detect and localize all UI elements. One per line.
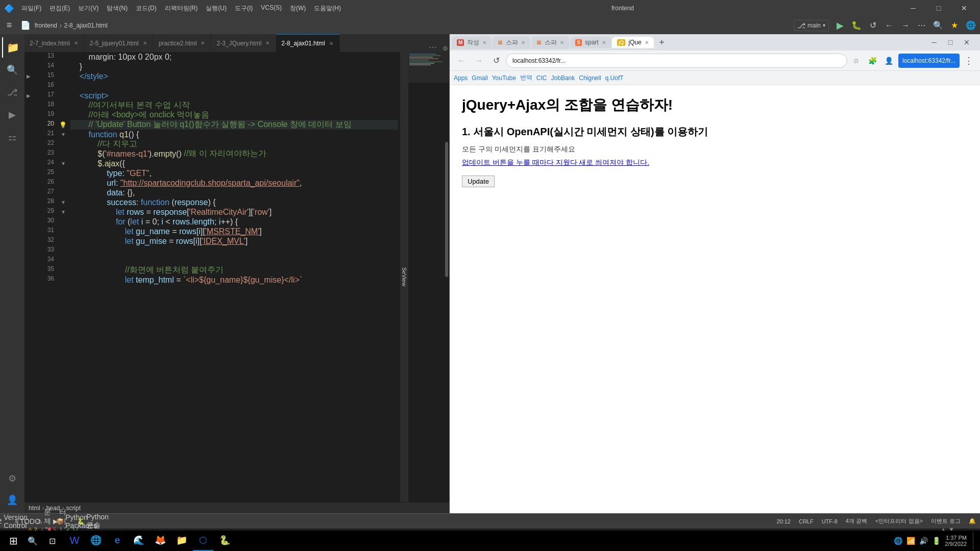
maximize-button[interactable]: □ <box>927 0 950 16</box>
menu-bar[interactable]: 파일(F) 편집(E) 보기(V) 탐색(N) 코드(D) 리팩터링(R) 실행… <box>18 3 344 14</box>
taskbar-python[interactable]: 🐍 <box>214 531 235 551</box>
globe-button[interactable]: 🌐 <box>964 18 978 33</box>
task-view-button[interactable]: ⊡ <box>43 532 61 550</box>
close-button[interactable]: ✕ <box>952 0 976 16</box>
start-button[interactable]: ⊞ <box>4 532 22 550</box>
browser-tab-2[interactable]: 🏛 스파 ✕ <box>531 36 569 49</box>
activity-git[interactable]: ⎇ <box>2 82 22 103</box>
reload-nav-button[interactable]: ↺ <box>488 53 504 68</box>
run-button[interactable]: ▶ <box>833 18 847 33</box>
minimap[interactable] <box>408 52 449 502</box>
browser-tab-close-icon[interactable]: ✕ <box>645 40 649 45</box>
menu-code[interactable]: 코드(D) <box>133 3 160 14</box>
browser-tab-3[interactable]: S spart ✕ <box>570 37 610 48</box>
taskbar-word[interactable]: W <box>64 531 85 551</box>
window-controls[interactable]: ─ □ ✕ <box>901 0 976 16</box>
browser-minimize-button[interactable]: ─ <box>927 35 941 49</box>
browser-tab-1[interactable]: 🏛 스파 ✕ <box>493 36 530 49</box>
taskbar-ie[interactable]: e <box>107 531 128 551</box>
indent-indicator[interactable]: 4개 공백 <box>846 517 867 525</box>
tab-2-5-jquery[interactable]: 2-5_jquery01.html ✕ <box>85 34 154 52</box>
back-nav-button[interactable]: ← <box>454 53 469 68</box>
fold-icon-3[interactable]: ▼ <box>61 199 66 205</box>
taskbar-firefox[interactable]: 🦊 <box>150 531 170 551</box>
branch-button[interactable]: ⎇ main ▾ <box>794 20 829 31</box>
tab-close-icon[interactable]: ✕ <box>200 39 206 47</box>
activity-search[interactable]: 🔍 <box>2 60 22 80</box>
back-button[interactable]: ← <box>882 18 896 33</box>
tab-close-icon[interactable]: ✕ <box>328 40 334 47</box>
menu-vcs[interactable]: VCS(S) <box>258 3 285 14</box>
browser-tab-close-icon[interactable]: ✕ <box>482 40 486 45</box>
code-editor[interactable]: margin: 10px 0 20px 0; } </style> <box>68 52 400 502</box>
menu-edit[interactable]: 편집(E) <box>46 3 73 14</box>
activity-debug[interactable]: ▶ <box>2 105 22 125</box>
fold-icon-4[interactable]: ▼ <box>61 209 66 215</box>
line-ending-indicator[interactable]: CRLF <box>799 518 814 524</box>
event-log-button[interactable]: 이벤트 로그 <box>931 517 961 525</box>
tab-practice2[interactable]: practice2.html ✕ <box>154 34 212 52</box>
tab-settings-icon[interactable]: ⚙ <box>441 45 449 52</box>
browser-tab-0[interactable]: M 작성 ✕ <box>452 36 492 49</box>
menu-window[interactable]: 창(W) <box>287 3 309 14</box>
activity-extensions[interactable]: ⚏ <box>2 127 22 147</box>
taskbar-edge[interactable]: 🌊 <box>129 531 149 551</box>
browser-tab-close-icon[interactable]: ✕ <box>521 40 525 45</box>
menu-dots-button[interactable]: ⋮ <box>962 54 976 68</box>
bookmark-youtube[interactable]: YouTube <box>492 74 516 82</box>
tab-close-icon[interactable]: ✕ <box>73 39 79 47</box>
fold-icon[interactable]: ▼ <box>61 132 66 137</box>
tab-2-8-ajax[interactable]: 2-8_ajax01.html ✕ <box>276 34 339 52</box>
forward-nav-button[interactable]: → <box>471 53 486 68</box>
interpreter-indicator[interactable]: <인터프리터 없음> <box>875 517 923 525</box>
menu-tools[interactable]: 도구(I) <box>232 3 256 14</box>
charset-indicator[interactable]: UTF-8 <box>822 518 838 524</box>
breadcrumb-script[interactable]: script <box>66 505 81 512</box>
bookmark-gmail[interactable]: Gmail <box>472 74 487 82</box>
menu-view[interactable]: 보기(V) <box>75 3 102 14</box>
star-button[interactable]: ★ <box>947 18 962 33</box>
reload-button[interactable]: ↺ <box>866 18 880 33</box>
browser-tab-4[interactable]: jQ jQue ✕ <box>612 37 654 48</box>
browser-tab-close-icon[interactable]: ✕ <box>560 40 564 45</box>
extension-button[interactable]: 🧩 <box>866 54 880 68</box>
taskbar-clock[interactable]: 1:37 PM 2/9/2022 <box>945 535 967 547</box>
bookmark-uoft[interactable]: q.UofT <box>605 74 624 82</box>
tab-2-3-jquery[interactable]: 2-3_JQuery.html ✕ <box>211 34 276 52</box>
explorer-icon[interactable]: 📄 <box>18 18 33 33</box>
activity-settings[interactable]: ⚙ <box>2 468 22 489</box>
menu-help[interactable]: 도움말(H) <box>311 3 344 14</box>
breadcrumb-html[interactable]: html <box>29 505 40 512</box>
search-button[interactable]: 🔍 <box>931 18 945 33</box>
bookmark-star-button[interactable]: ☆ <box>849 54 864 68</box>
menu-file[interactable]: 파일(F) <box>18 3 44 14</box>
menu-refactor[interactable]: 리팩터링(R) <box>162 3 201 14</box>
bookmark-apps[interactable]: Apps <box>454 74 468 82</box>
fold-icon-2[interactable]: ▼ <box>61 161 66 166</box>
line-col-indicator[interactable]: 20:12 <box>776 518 791 524</box>
more-button[interactable]: ⋯ <box>915 18 929 33</box>
bookmark-jobbank[interactable]: JobBank <box>551 74 575 82</box>
show-desktop-button[interactable] <box>973 532 976 550</box>
forward-button[interactable]: → <box>898 18 913 33</box>
activity-account[interactable]: 👤 <box>2 490 22 510</box>
python-console-button[interactable]: 🐍 Python 콘솔 <box>86 514 100 529</box>
tab-close-icon[interactable]: ✕ <box>264 39 271 47</box>
debug-button[interactable]: 🐛 <box>849 18 864 33</box>
sync-button[interactable]: localhost:63342/fr... <box>898 54 960 68</box>
menu-run[interactable]: 실행(U) <box>203 3 230 14</box>
search-taskbar-button[interactable]: 🔍 <box>23 532 42 550</box>
account-button[interactable]: 👤 <box>882 54 896 68</box>
taskbar-chrome[interactable]: 🌐 <box>86 531 106 551</box>
browser-close-button[interactable]: ✕ <box>960 35 974 49</box>
activity-explorer[interactable]: 📁 <box>2 37 22 58</box>
bookmark-translate[interactable]: 번역 <box>520 73 532 82</box>
update-button[interactable]: Update <box>462 176 495 187</box>
sidebar-toggle-button[interactable]: ≡ <box>2 18 16 33</box>
bookmark-chignell[interactable]: Chignell <box>579 74 601 82</box>
browser-restore-button[interactable]: □ <box>943 35 958 49</box>
taskbar-folder[interactable]: 📁 <box>172 531 192 551</box>
address-bar[interactable] <box>506 54 847 68</box>
taskbar-vscode[interactable]: ⬡ <box>193 531 213 551</box>
tab-close-icon[interactable]: ✕ <box>142 39 148 47</box>
